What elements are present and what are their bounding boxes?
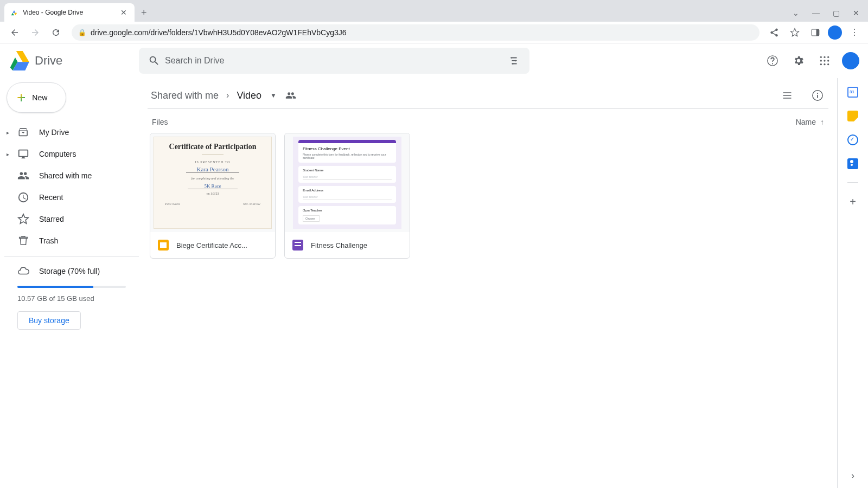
tasks-icon[interactable] bbox=[847, 134, 858, 145]
drive-favicon-icon bbox=[10, 8, 18, 17]
forward-button[interactable] bbox=[26, 23, 44, 42]
svg-point-7 bbox=[824, 56, 825, 58]
svg-point-14 bbox=[827, 63, 829, 65]
search-bar[interactable] bbox=[139, 48, 529, 74]
file-thumbnail: Fitness Challenge Event Please complete … bbox=[285, 133, 410, 232]
svg-point-10 bbox=[824, 60, 825, 61]
maximize-icon[interactable]: ▢ bbox=[833, 9, 840, 17]
my-drive-icon bbox=[17, 126, 29, 138]
sort-arrow-up-icon: ↑ bbox=[820, 118, 824, 126]
sidebar-item-storage[interactable]: Storage (70% full) bbox=[17, 265, 126, 277]
close-window-icon[interactable]: ✕ bbox=[853, 9, 859, 17]
chevron-down-icon[interactable]: ⌄ bbox=[793, 9, 799, 17]
svg-point-12 bbox=[820, 63, 822, 65]
hide-sidepanel-icon[interactable]: › bbox=[851, 470, 854, 481]
file-card[interactable]: Certificate of Participation IS PRESENTE… bbox=[150, 133, 276, 259]
dropdown-icon[interactable]: ▼ bbox=[270, 92, 277, 99]
reload-button[interactable] bbox=[47, 23, 65, 42]
apps-grid-icon[interactable] bbox=[814, 50, 835, 72]
breadcrumb-root[interactable]: Shared with me bbox=[148, 88, 222, 104]
sidebar-item-recent[interactable]: Recent bbox=[4, 187, 139, 208]
storage-section: Storage (70% full) 10.57 GB of 15 GB use… bbox=[4, 261, 139, 334]
sidebar: + New ▸ My Drive ▸ Computers Shared with… bbox=[0, 78, 139, 488]
profile-avatar[interactable] bbox=[828, 25, 842, 40]
account-avatar[interactable] bbox=[842, 52, 859, 69]
chevron-right-icon: › bbox=[226, 91, 229, 100]
drive-logo-icon bbox=[9, 50, 30, 72]
slides-icon bbox=[158, 240, 169, 251]
cloud-icon bbox=[17, 265, 29, 277]
browser-toolbar: 🔒 drive.google.com/drive/folders/1VbwhH3… bbox=[0, 22, 868, 43]
trash-icon bbox=[17, 235, 29, 247]
minimize-icon[interactable]: — bbox=[812, 9, 820, 17]
search-input[interactable] bbox=[165, 56, 503, 66]
svg-rect-1 bbox=[816, 29, 819, 36]
details-info-icon[interactable] bbox=[807, 85, 828, 106]
file-name: Fitness Challenge bbox=[311, 241, 367, 249]
starred-icon bbox=[17, 213, 29, 225]
storage-used-text: 10.57 GB of 15 GB used bbox=[17, 294, 126, 303]
storage-label: Storage (70% full) bbox=[39, 267, 100, 275]
sort-button[interactable]: Name ↑ bbox=[796, 118, 824, 126]
browser-tab[interactable]: Video - Google Drive ✕ bbox=[4, 3, 135, 22]
svg-point-9 bbox=[820, 60, 822, 61]
breadcrumb-current[interactable]: Video bbox=[233, 88, 265, 104]
file-name: Biege Certificate Acc... bbox=[176, 241, 247, 249]
storage-progress-bar bbox=[17, 286, 126, 288]
tab-close-icon[interactable]: ✕ bbox=[118, 7, 129, 18]
contacts-icon[interactable] bbox=[847, 158, 858, 169]
svg-point-8 bbox=[827, 56, 829, 58]
section-title: Files bbox=[152, 118, 168, 126]
file-thumbnail: Certificate of Participation IS PRESENTE… bbox=[150, 133, 275, 232]
sidepanel-icon[interactable] bbox=[807, 24, 824, 41]
sidebar-item-shared-with-me[interactable]: Shared with me bbox=[4, 165, 139, 187]
breadcrumb: Shared with me › Video ▼ bbox=[148, 82, 828, 108]
get-addons-icon[interactable]: + bbox=[850, 196, 856, 208]
back-button[interactable] bbox=[5, 23, 24, 42]
sidebar-item-trash[interactable]: Trash bbox=[4, 230, 139, 252]
recent-icon bbox=[17, 191, 29, 203]
search-icon bbox=[143, 55, 165, 67]
sidebar-item-my-drive[interactable]: ▸ My Drive bbox=[4, 121, 139, 143]
share-icon[interactable] bbox=[766, 24, 782, 41]
shared-folder-icon[interactable] bbox=[285, 90, 296, 101]
new-button[interactable]: + New bbox=[7, 82, 66, 113]
svg-point-13 bbox=[824, 63, 825, 65]
tab-title: Video - Google Drive bbox=[23, 9, 118, 16]
side-addon-panel: + › bbox=[838, 78, 868, 488]
svg-point-16 bbox=[817, 93, 818, 94]
expand-icon[interactable]: ▸ bbox=[7, 130, 9, 136]
svg-point-2 bbox=[510, 57, 512, 59]
drive-logo[interactable]: Drive bbox=[9, 50, 135, 72]
expand-icon[interactable]: ▸ bbox=[7, 151, 9, 157]
forms-icon bbox=[292, 240, 303, 251]
new-tab-button[interactable]: + bbox=[135, 7, 154, 18]
drive-header: Drive bbox=[0, 43, 868, 78]
shared-icon bbox=[17, 170, 29, 182]
list-view-icon[interactable] bbox=[776, 85, 798, 106]
calendar-icon[interactable] bbox=[847, 87, 858, 98]
lock-icon: 🔒 bbox=[78, 29, 86, 36]
sidebar-item-computers[interactable]: ▸ Computers bbox=[4, 143, 139, 165]
sidebar-item-starred[interactable]: Starred bbox=[4, 208, 139, 230]
url-text: drive.google.com/drive/folders/1VbwhH3U5… bbox=[91, 28, 347, 37]
chrome-menu-icon[interactable]: ⋮ bbox=[846, 24, 863, 41]
svg-point-3 bbox=[514, 60, 516, 62]
file-card[interactable]: Fitness Challenge Event Please complete … bbox=[284, 133, 410, 259]
search-options-icon[interactable] bbox=[503, 55, 525, 67]
address-bar[interactable]: 🔒 drive.google.com/drive/folders/1VbwhH3… bbox=[72, 24, 760, 41]
drive-wordmark: Drive bbox=[35, 54, 62, 68]
support-icon[interactable] bbox=[762, 50, 783, 72]
bookmark-star-icon[interactable] bbox=[787, 24, 803, 41]
svg-point-11 bbox=[827, 60, 829, 61]
buy-storage-button[interactable]: Buy storage bbox=[17, 311, 81, 330]
svg-point-6 bbox=[820, 56, 822, 58]
plus-icon: + bbox=[17, 90, 25, 105]
keep-icon[interactable] bbox=[847, 111, 858, 121]
new-button-label: New bbox=[32, 93, 47, 102]
svg-point-4 bbox=[512, 63, 514, 65]
computers-icon bbox=[17, 148, 29, 160]
browser-tab-strip: Video - Google Drive ✕ + ⌄ — ▢ ✕ bbox=[0, 0, 868, 22]
svg-rect-17 bbox=[817, 95, 818, 98]
settings-gear-icon[interactable] bbox=[788, 50, 809, 72]
